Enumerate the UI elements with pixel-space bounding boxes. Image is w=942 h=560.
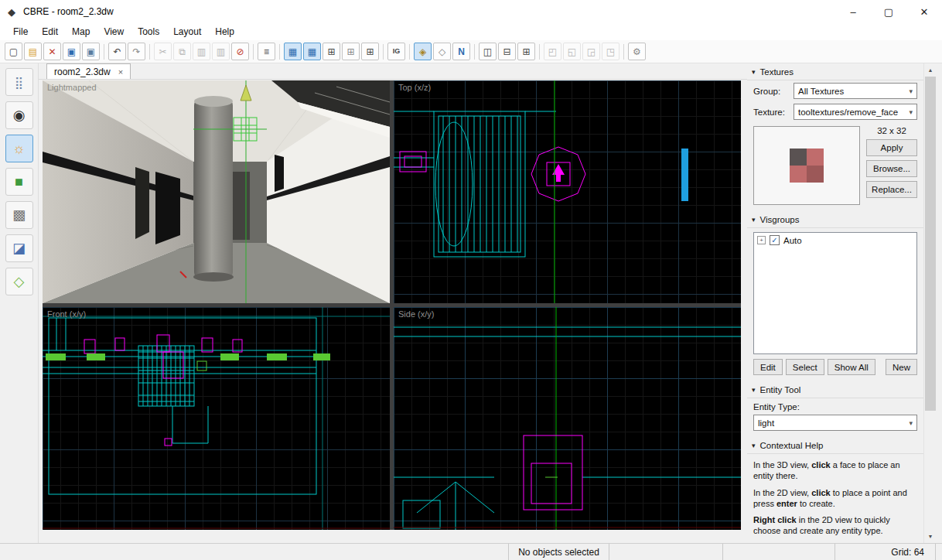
hide-null-textures-button[interactable]: N xyxy=(452,43,470,60)
help-line-1: In the 3D view, click a face to place an… xyxy=(753,459,917,482)
visgroup-new-button[interactable]: New xyxy=(886,359,917,375)
menu-map[interactable]: Map xyxy=(65,23,97,40)
object-properties-button[interactable]: ≡ xyxy=(258,43,275,60)
visgroup-checkbox[interactable]: ✓ xyxy=(770,235,780,245)
toolbar-separator xyxy=(149,44,150,60)
larger-grid-button[interactable]: ⊞ xyxy=(361,43,379,60)
panel-scrollbar[interactable]: ▲ ▼ xyxy=(923,63,937,543)
window-title: CBRE - room2_2.3dw xyxy=(23,6,114,17)
show-3d-grid-button[interactable]: ▦ xyxy=(303,43,321,60)
split-4-views-button[interactable]: ⊞ xyxy=(517,43,535,60)
paste-button[interactable]: ▥ xyxy=(193,43,210,60)
scroll-down-icon[interactable]: ▼ xyxy=(924,530,937,543)
snap-to-grid-button[interactable]: ⊞ xyxy=(323,43,340,60)
texture-thumbnail xyxy=(790,149,824,183)
show-2d-grid-button[interactable]: ▦ xyxy=(284,43,302,60)
tab-bar: room2_2.3dw × xyxy=(39,63,747,80)
group-button[interactable]: ◰ xyxy=(544,43,561,60)
texture-scaling-lock-button[interactable]: ◇ xyxy=(433,43,451,60)
select-tool-button[interactable]: ⣿ xyxy=(5,68,33,96)
entity-tool-section-header[interactable]: ▾ Entity Tool xyxy=(747,381,923,398)
undo-button[interactable]: ↶ xyxy=(108,43,126,60)
scrollbar-thumb[interactable] xyxy=(925,77,936,411)
texture-group-select[interactable]: All Textures ▾ xyxy=(794,83,917,99)
viewport-top[interactable]: Top (x/z) xyxy=(394,80,741,303)
export-button[interactable]: ▣ xyxy=(82,43,100,60)
viewport-side[interactable]: Side (x/y) xyxy=(394,307,741,530)
undo-icon: ↶ xyxy=(113,47,121,56)
open-file-icon: ▤ xyxy=(29,47,37,56)
texture-value: tooltextures/remove_face xyxy=(798,108,898,117)
save-button[interactable]: ▣ xyxy=(63,43,80,60)
scroll-up-icon[interactable]: ▲ xyxy=(924,63,937,77)
textures-section-title: Textures xyxy=(760,67,794,77)
ignore-grouping-button[interactable]: IG xyxy=(387,43,405,60)
status-tail-cell xyxy=(936,544,942,560)
replace-button[interactable]: Replace... xyxy=(866,181,917,198)
gear-icon: ⚙ xyxy=(633,47,641,56)
copy-button[interactable]: ⧉ xyxy=(173,43,191,60)
tab-room2[interactable]: room2_2.3dw × xyxy=(46,63,131,79)
browse-button[interactable]: Browse... xyxy=(866,160,917,177)
visgroup-edit-button[interactable]: Edit xyxy=(753,359,783,375)
hide-selected-button[interactable]: ◲ xyxy=(582,43,600,60)
minimize-button[interactable]: – xyxy=(835,0,871,23)
close-file-button[interactable]: ✕ xyxy=(43,43,61,60)
redo-button[interactable]: ↷ xyxy=(128,43,145,60)
tab-close-icon[interactable]: × xyxy=(118,67,123,77)
close-button[interactable]: ✕ xyxy=(906,0,942,23)
menu-layout[interactable]: Layout xyxy=(166,23,208,40)
camera-tool-button[interactable]: ◉ xyxy=(5,101,33,129)
viewport-3d-canvas xyxy=(43,80,390,303)
paste-icon: ▥ xyxy=(197,47,206,56)
clip-icon: ◪ xyxy=(12,241,26,255)
cut-button[interactable]: ✂ xyxy=(154,43,172,60)
visgroups-list[interactable]: + ✓ Auto xyxy=(753,232,917,354)
minimize-icon: – xyxy=(850,6,855,18)
visgroups-section-header[interactable]: ▾ Visgroups xyxy=(747,211,923,228)
viewport-3d[interactable]: Lightmapped xyxy=(43,80,390,303)
tree-expander-icon[interactable]: + xyxy=(757,236,766,244)
menu-help[interactable]: Help xyxy=(208,23,241,40)
map-settings-button[interactable]: ⚙ xyxy=(628,43,646,60)
menu-file[interactable]: File xyxy=(6,23,35,40)
split-3-views-button[interactable]: ⊟ xyxy=(498,43,516,60)
apply-button[interactable]: Apply xyxy=(866,139,917,156)
brush-tool-button[interactable]: ■ xyxy=(5,168,33,196)
show-hidden-button[interactable]: ◳ xyxy=(602,43,619,60)
visgroup-show-all-button[interactable]: Show All xyxy=(828,359,875,375)
split-2-views-button[interactable]: ◫ xyxy=(479,43,497,60)
entity-tool-button[interactable]: ☼ xyxy=(5,135,33,162)
menu-view[interactable]: View xyxy=(97,23,131,40)
visgroups-section-title: Visgroups xyxy=(760,215,800,224)
visgroup-select-button[interactable]: Select xyxy=(786,359,824,375)
texture-lock-button[interactable]: ◈ xyxy=(414,43,432,60)
vertex-tool-button[interactable]: ◇ xyxy=(5,268,33,295)
smaller-grid-button[interactable]: ⊞ xyxy=(342,43,360,60)
new-file-icon: ▢ xyxy=(9,47,18,56)
maximize-button[interactable]: ▢ xyxy=(871,0,906,23)
texture-preview[interactable] xyxy=(753,126,860,205)
hide-null-textures-icon: N xyxy=(458,47,465,56)
texture-name-row: Texture: tooltextures/remove_face ▾ xyxy=(747,101,923,122)
texture-select[interactable]: tooltextures/remove_face ▾ xyxy=(794,104,917,120)
menu-bar: File Edit Map View Tools Layout Help xyxy=(0,23,942,40)
delete-button[interactable]: ⊘ xyxy=(231,43,249,60)
textures-section-header[interactable]: ▾ Textures xyxy=(747,63,923,80)
texture-application-tool-button[interactable]: ▩ xyxy=(5,201,33,229)
contextual-help-section-title: Contextual Help xyxy=(760,441,824,450)
menu-tools[interactable]: Tools xyxy=(131,23,166,40)
visgroup-item-auto[interactable]: + ✓ Auto xyxy=(757,235,913,245)
show-2d-grid-icon: ▦ xyxy=(288,47,297,56)
paste-special-button[interactable]: ▥ xyxy=(212,43,230,60)
clip-tool-button[interactable]: ◪ xyxy=(5,234,33,262)
entity-type-select[interactable]: light ▾ xyxy=(753,415,917,431)
ungroup-button[interactable]: ◱ xyxy=(563,43,581,60)
open-file-button[interactable]: ▤ xyxy=(24,43,42,60)
viewport-front[interactable]: Front (x/y) xyxy=(43,307,390,530)
new-file-button[interactable]: ▢ xyxy=(5,43,22,60)
tab-label: room2_2.3dw xyxy=(54,67,111,77)
contextual-help-section-header[interactable]: ▾ Contextual Help xyxy=(747,437,923,454)
menu-edit[interactable]: Edit xyxy=(35,23,65,40)
viewport-front-label: Front (x/y) xyxy=(47,309,86,319)
